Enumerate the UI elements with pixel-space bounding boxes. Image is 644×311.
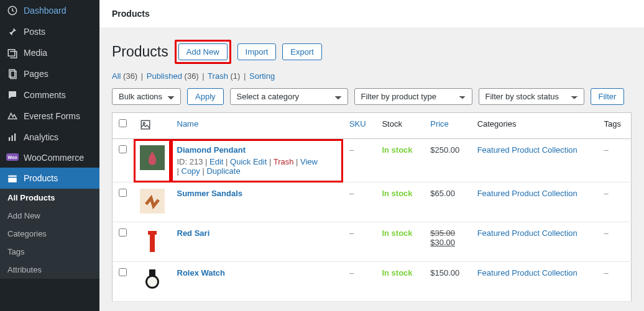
- tags-value: –: [604, 145, 608, 155]
- tags-value: –: [604, 228, 608, 238]
- highlight-add-new: Add New: [175, 40, 231, 64]
- stock-status-select[interactable]: Filter by stock status: [479, 88, 584, 105]
- sku-value: –: [349, 228, 354, 238]
- woo-icon: Woo: [6, 153, 19, 162]
- price-value: $65.00: [424, 183, 471, 222]
- price-value: $35.00$30.00: [424, 222, 471, 262]
- dashboard-icon: [6, 5, 19, 16]
- product-name-link[interactable]: Red Sari: [177, 228, 210, 238]
- product-thumbnail[interactable]: [140, 268, 165, 293]
- sidebar-sub-add-new[interactable]: Add New: [0, 207, 99, 225]
- products-icon: [6, 173, 19, 184]
- col-sku[interactable]: SKU: [343, 113, 376, 139]
- category-link[interactable]: Featured Product Collection: [477, 145, 577, 155]
- products-table: Name SKU Stock Price Categories Tags Dia…: [112, 112, 632, 302]
- svg-rect-17: [149, 269, 155, 276]
- table-row: Summer Sandals – In stock $65.00 Feature…: [113, 183, 632, 222]
- sidebar-sub-attributes[interactable]: Attributes: [0, 261, 99, 279]
- product-thumbnail[interactable]: [140, 145, 165, 170]
- svg-rect-9: [141, 120, 150, 129]
- stock-status: In stock: [382, 228, 412, 238]
- apply-button[interactable]: Apply: [187, 88, 224, 105]
- quick-edit-link[interactable]: Quick Edit: [230, 157, 267, 166]
- row-checkbox[interactable]: [119, 268, 127, 276]
- row-checkbox[interactable]: [119, 228, 127, 237]
- col-stock: Stock: [375, 113, 424, 139]
- import-button[interactable]: Import: [237, 43, 277, 60]
- copy-link[interactable]: Copy: [182, 166, 200, 176]
- sku-value: –: [349, 145, 354, 155]
- row-checkbox[interactable]: [119, 145, 127, 153]
- add-new-button[interactable]: Add New: [178, 43, 228, 60]
- sidebar-item-products[interactable]: Products: [0, 168, 99, 189]
- svg-rect-15: [148, 231, 157, 235]
- sidebar-item-pages[interactable]: Pages: [0, 63, 99, 84]
- edit-link[interactable]: Edit: [209, 157, 223, 166]
- sidebar-item-dashboard[interactable]: Dashboard: [0, 0, 99, 21]
- svg-text:Woo: Woo: [7, 155, 17, 160]
- col-price[interactable]: Price: [424, 113, 471, 139]
- svg-point-19: [147, 277, 157, 287]
- view-link[interactable]: View: [300, 157, 318, 166]
- media-icon: [6, 47, 19, 58]
- product-thumbnail[interactable]: [140, 189, 165, 214]
- sidebar-item-woocommerce[interactable]: WooWooCommerce: [0, 148, 99, 168]
- tags-value: –: [604, 268, 608, 277]
- trash-link[interactable]: Trash: [274, 157, 294, 166]
- sidebar-sub-tags[interactable]: Tags: [0, 243, 99, 261]
- forms-icon: [6, 110, 19, 122]
- col-name[interactable]: Name: [171, 113, 343, 139]
- stock-status: In stock: [382, 268, 412, 277]
- admin-sidebar: Dashboard Posts Media Pages Comments Eve…: [0, 0, 99, 311]
- main-content: Products Products Add New Import Export …: [99, 0, 644, 311]
- filter-bar: Bulk actions Apply Select a category Fil…: [112, 88, 632, 105]
- analytics-icon: [6, 132, 19, 143]
- table-row: Red Sari – In stock $35.00$30.00 Feature…: [113, 222, 632, 262]
- image-icon: [140, 119, 151, 130]
- price-value: $250.00: [424, 139, 471, 183]
- filter-published[interactable]: Published: [147, 71, 182, 81]
- category-link[interactable]: Featured Product Collection: [477, 268, 577, 277]
- table-row: Diamond Pendant ID: 213 | Edit | Quick E…: [113, 139, 632, 183]
- pin-icon: [6, 26, 19, 37]
- svg-rect-4: [9, 137, 10, 141]
- filter-all[interactable]: All: [112, 71, 121, 81]
- product-name-link[interactable]: Summer Sandals: [177, 189, 243, 198]
- pages-icon: [6, 68, 19, 79]
- product-name-link[interactable]: Diamond Pendant: [177, 145, 246, 155]
- filter-trash[interactable]: Trash: [208, 71, 228, 81]
- breadcrumb: Products: [99, 0, 644, 27]
- col-tags: Tags: [597, 113, 631, 139]
- sidebar-item-media[interactable]: Media: [0, 42, 99, 63]
- table-row: Rolex Watch – In stock $150.00 Featured …: [113, 262, 632, 302]
- sidebar-item-comments[interactable]: Comments: [0, 84, 99, 106]
- svg-point-10: [143, 122, 145, 124]
- filter-sorting[interactable]: Sorting: [249, 71, 275, 81]
- category-link[interactable]: Featured Product Collection: [477, 228, 577, 238]
- category-link[interactable]: Featured Product Collection: [477, 189, 577, 198]
- svg-rect-1: [8, 50, 15, 56]
- product-thumbnail[interactable]: [140, 228, 165, 253]
- duplicate-link[interactable]: Duplicate: [206, 166, 240, 176]
- sidebar-item-everest-forms[interactable]: Everest Forms: [0, 106, 99, 127]
- sidebar-sub-all-products[interactable]: All Products: [0, 189, 99, 207]
- sidebar-sub-categories[interactable]: Categories: [0, 225, 99, 243]
- svg-rect-5: [12, 135, 13, 141]
- row-checkbox[interactable]: [119, 189, 127, 197]
- sku-value: –: [349, 268, 354, 277]
- sidebar-item-posts[interactable]: Posts: [0, 21, 99, 42]
- col-image[interactable]: [134, 113, 171, 139]
- filter-button[interactable]: Filter: [591, 88, 625, 105]
- page-title: Products: [112, 43, 168, 60]
- page-header: Products Add New Import Export: [112, 40, 632, 64]
- export-button[interactable]: Export: [282, 43, 322, 60]
- sidebar-item-analytics[interactable]: Analytics: [0, 127, 99, 148]
- select-all-checkbox[interactable]: [119, 119, 127, 127]
- category-select[interactable]: Select a category: [230, 88, 348, 105]
- bulk-actions-select[interactable]: Bulk actions: [112, 88, 181, 105]
- status-filter-links: All (36) | Published (36) | Trash (1) | …: [112, 71, 632, 81]
- stock-status: In stock: [382, 189, 412, 198]
- product-name-link[interactable]: Rolex Watch: [177, 268, 226, 277]
- product-type-select[interactable]: Filter by product type: [354, 88, 472, 105]
- tags-value: –: [604, 189, 608, 198]
